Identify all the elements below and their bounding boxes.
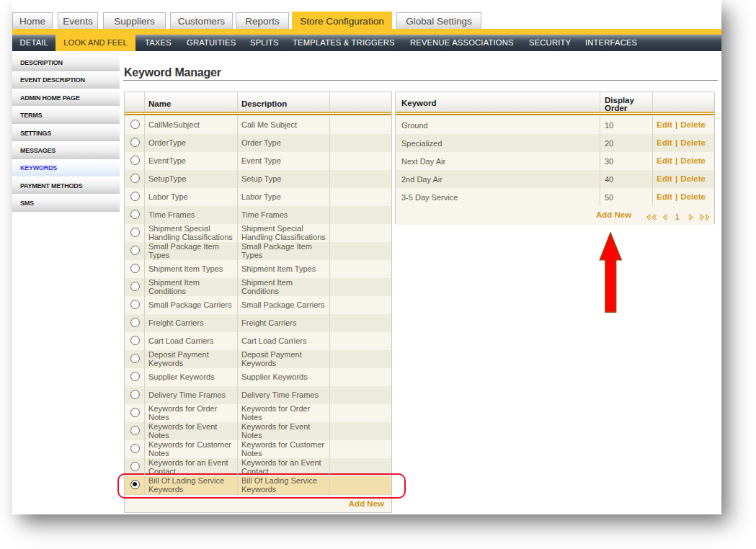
svg-text:1: 1	[675, 214, 680, 220]
